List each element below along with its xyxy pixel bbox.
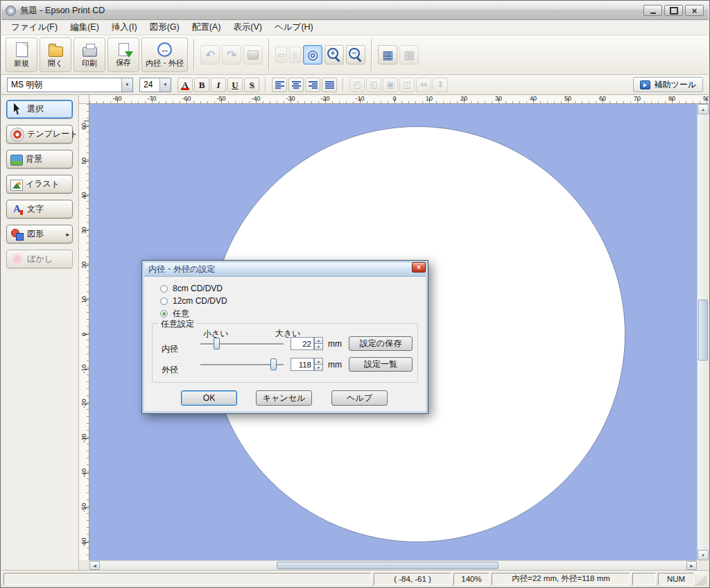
radio-8cm[interactable]: 8cm CD/DVD — [160, 282, 227, 295]
bold-button[interactable]: B — [194, 78, 209, 92]
chevron-down-icon[interactable] — [121, 78, 132, 92]
grid-button[interactable]: ▦ — [378, 45, 397, 64]
spin-down-icon[interactable] — [314, 343, 323, 350]
maximize-button[interactable] — [664, 5, 683, 16]
save-settings-button[interactable]: 設定の保存 — [349, 336, 413, 351]
ruler-label: 50 — [80, 157, 87, 164]
diameter-settings-dialog: 内径・外径の設定 × 8cm CD/DVD12cm CD/DVD任意 任意設定 … — [141, 260, 428, 414]
aux-tools-label: 補助ツール — [654, 79, 696, 91]
vertical-scroll-thumb[interactable] — [698, 300, 708, 361]
sidebar-item-shape[interactable]: 図形▸ — [6, 225, 73, 243]
scroll-left-icon[interactable] — [89, 561, 100, 570]
disc-view-icon: ◎ — [304, 46, 321, 63]
menu-item-help[interactable]: ヘルプ(H) — [268, 20, 320, 35]
scroll-down-icon[interactable] — [698, 550, 709, 560]
toolbar-separator — [371, 39, 372, 71]
ruler-label: 10 — [80, 296, 87, 303]
align-left-button[interactable] — [272, 78, 287, 92]
menu-item-view[interactable]: 表示(V) — [227, 20, 268, 35]
slider-thumb[interactable] — [270, 358, 277, 370]
slider-thumb[interactable] — [214, 338, 220, 349]
font-color-button[interactable]: A — [178, 78, 193, 92]
vertical-ruler: 6050403020100-10-20-30-40-50-60 — [79, 104, 89, 560]
menu-item-file[interactable]: ファイル(F) — [5, 20, 64, 35]
new-button[interactable]: 新規 — [6, 37, 37, 72]
minimize-button[interactable] — [643, 5, 662, 16]
sidebar-item-text[interactable]: 文字 — [6, 200, 73, 218]
menu-item-arrange[interactable]: 配置(A) — [186, 20, 227, 35]
resize-grip-icon[interactable] — [696, 573, 707, 585]
scroll-up-icon[interactable] — [698, 104, 709, 114]
new-label: 新規 — [14, 58, 29, 69]
disc-view-button[interactable]: ◎ — [303, 45, 322, 64]
dialog-titlebar[interactable]: 内径・外径の設定 — [144, 263, 426, 277]
sidebar-item-template[interactable]: テンプレート — [6, 125, 73, 144]
inner-diameter-slider[interactable] — [200, 337, 284, 351]
menu-item-edit[interactable]: 編集(E) — [64, 20, 105, 35]
ruler-label: 10 — [426, 95, 433, 102]
window-controls — [643, 5, 704, 16]
order-back-icon: ◱ — [370, 80, 377, 89]
dialog-close-button[interactable]: × — [412, 262, 426, 273]
italic-button[interactable]: I — [211, 78, 226, 92]
sidebar-item-select[interactable]: 選択 — [6, 100, 73, 119]
status-spacer-panel — [632, 573, 656, 585]
ok-button[interactable]: OK — [181, 390, 237, 406]
titlebar[interactable]: 無題 - Epson Print CD — [1, 1, 709, 20]
menu-bar: ファイル(F)編集(E)挿入(I)図形(G)配置(A)表示(V)ヘルプ(H) — [1, 20, 709, 35]
delete-icon — [248, 51, 259, 60]
inner-diameter-input[interactable]: 22 — [291, 337, 314, 350]
menu-item-shape[interactable]: 図形(G) — [144, 20, 186, 35]
outer-unit-label: mm — [328, 360, 342, 370]
shadow-button[interactable]: S — [244, 78, 259, 92]
scroll-right-icon[interactable] — [686, 561, 697, 570]
settings-list-button[interactable]: 設定一覧 — [349, 357, 413, 372]
help-button[interactable]: ヘルプ — [331, 390, 388, 406]
save-button[interactable]: 保存 — [107, 37, 139, 72]
close-button[interactable] — [685, 5, 704, 16]
vertical-scrollbar[interactable] — [697, 104, 709, 560]
ruler-label: 30 — [80, 227, 87, 234]
sidebar-item-illustration[interactable]: イラスト — [6, 175, 73, 193]
zoom-out-button[interactable] — [346, 45, 365, 64]
horizontal-scroll-thumb[interactable] — [277, 562, 499, 569]
font-size-select[interactable]: 24 — [139, 78, 171, 92]
sidebar-item-background[interactable]: 背景 — [6, 150, 73, 168]
font-family-select[interactable]: MS 明朝 — [7, 78, 133, 92]
chevron-down-icon[interactable] — [159, 78, 171, 92]
align-center-button[interactable] — [288, 78, 304, 92]
open-label: 開く — [48, 58, 63, 69]
horizontal-scrollbar[interactable] — [89, 560, 697, 570]
aux-tools-icon — [640, 80, 650, 89]
cancel-button[interactable]: キャンセル — [256, 390, 312, 406]
underline-button[interactable]: U — [227, 78, 243, 92]
save-label: 保存 — [116, 58, 131, 68]
ruler-label: 30 — [495, 95, 502, 102]
align-justify-icon — [325, 81, 334, 89]
ruler-label: -30 — [80, 433, 87, 442]
align-right-button[interactable] — [305, 78, 320, 92]
select-icon — [10, 103, 24, 116]
blur-label: ぼかし — [27, 253, 53, 265]
print-button[interactable]: 印刷 — [73, 37, 105, 72]
undo-button: ↶ — [200, 45, 220, 64]
outer-diameter-input[interactable]: 118 — [291, 358, 314, 371]
spin-down-icon[interactable] — [314, 364, 323, 371]
ruler-label: -60 — [80, 537, 87, 546]
ruler-label: -50 — [80, 503, 87, 512]
diameter-button[interactable]: 内径・外径 — [141, 37, 188, 72]
order-back-button: ◱ — [366, 78, 381, 92]
text-icon — [10, 202, 24, 216]
aux-tools-button[interactable]: 補助ツール — [633, 77, 703, 92]
ruler-label: 80 — [668, 95, 675, 102]
open-button[interactable]: 開く — [40, 37, 71, 72]
outer-diameter-slider[interactable] — [200, 358, 284, 372]
ruler-label: 20 — [80, 261, 87, 268]
ruler-label: -50 — [216, 95, 225, 102]
ungroup-icon: ◫ — [403, 80, 410, 89]
align-justify-button[interactable] — [322, 78, 337, 92]
menu-item-insert[interactable]: 挿入(I) — [105, 20, 144, 35]
zoom-level: 140% — [453, 573, 490, 585]
radio-12cm[interactable]: 12cm CD/DVD — [160, 295, 227, 307]
zoom-in-button[interactable] — [324, 45, 344, 64]
